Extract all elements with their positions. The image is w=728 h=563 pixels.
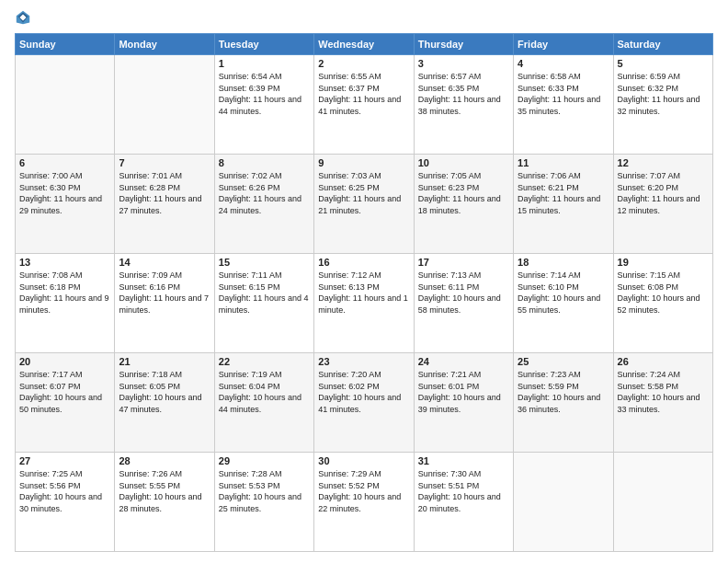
day-number: 10 [418, 157, 509, 168]
day-cell: 17Sunrise: 7:13 AM Sunset: 6:11 PM Dayli… [414, 254, 513, 353]
day-cell: 14Sunrise: 7:09 AM Sunset: 6:16 PM Dayli… [115, 254, 214, 353]
day-detail: Sunrise: 7:00 AM Sunset: 6:30 PM Dayligh… [19, 170, 110, 216]
day-detail: Sunrise: 7:21 AM Sunset: 6:01 PM Dayligh… [418, 369, 509, 415]
day-detail: Sunrise: 7:13 AM Sunset: 6:11 PM Dayligh… [418, 270, 509, 316]
page: SundayMondayTuesdayWednesdayThursdayFrid… [0, 0, 728, 563]
day-cell: 26Sunrise: 7:24 AM Sunset: 5:58 PM Dayli… [613, 353, 712, 453]
day-detail: Sunrise: 6:57 AM Sunset: 6:35 PM Dayligh… [418, 71, 509, 117]
day-detail: Sunrise: 7:09 AM Sunset: 6:16 PM Dayligh… [119, 270, 210, 316]
day-cell: 16Sunrise: 7:12 AM Sunset: 6:13 PM Dayli… [314, 254, 414, 353]
day-cell: 5Sunrise: 6:59 AM Sunset: 6:32 PM Daylig… [613, 55, 712, 155]
day-detail: Sunrise: 7:24 AM Sunset: 5:58 PM Dayligh… [618, 369, 709, 415]
day-detail: Sunrise: 7:25 AM Sunset: 5:56 PM Dayligh… [19, 468, 110, 514]
day-cell: 7Sunrise: 7:01 AM Sunset: 6:28 PM Daylig… [115, 155, 214, 254]
day-detail: Sunrise: 7:15 AM Sunset: 6:08 PM Dayligh… [618, 270, 709, 316]
day-cell: 19Sunrise: 7:15 AM Sunset: 6:08 PM Dayli… [613, 254, 712, 353]
day-detail: Sunrise: 7:03 AM Sunset: 6:25 PM Dayligh… [318, 170, 409, 216]
day-cell: 8Sunrise: 7:02 AM Sunset: 6:26 PM Daylig… [214, 155, 313, 254]
day-number: 24 [418, 356, 509, 367]
day-number: 18 [518, 257, 609, 268]
day-cell: 9Sunrise: 7:03 AM Sunset: 6:25 PM Daylig… [314, 155, 414, 254]
day-number: 8 [219, 157, 310, 168]
day-number: 17 [418, 257, 509, 268]
day-number: 21 [119, 356, 210, 367]
day-cell: 21Sunrise: 7:18 AM Sunset: 6:05 PM Dayli… [115, 353, 214, 453]
day-cell: 25Sunrise: 7:23 AM Sunset: 5:59 PM Dayli… [514, 353, 613, 453]
logo [15, 11, 33, 26]
day-cell: 31Sunrise: 7:30 AM Sunset: 5:51 PM Dayli… [414, 453, 513, 552]
day-detail: Sunrise: 6:55 AM Sunset: 6:37 PM Dayligh… [318, 71, 409, 117]
day-cell: 29Sunrise: 7:28 AM Sunset: 5:53 PM Dayli… [214, 453, 313, 552]
day-number: 6 [19, 157, 110, 168]
day-cell: 3Sunrise: 6:57 AM Sunset: 6:35 PM Daylig… [414, 55, 513, 155]
day-number: 31 [418, 455, 509, 466]
day-detail: Sunrise: 6:54 AM Sunset: 6:39 PM Dayligh… [219, 71, 310, 117]
day-number: 30 [318, 455, 409, 466]
day-cell: 12Sunrise: 7:07 AM Sunset: 6:20 PM Dayli… [613, 155, 712, 254]
day-number: 13 [19, 257, 110, 268]
week-row-4: 20Sunrise: 7:17 AM Sunset: 6:07 PM Dayli… [16, 353, 713, 453]
weekday-sunday: Sunday [16, 34, 115, 55]
day-number: 4 [518, 58, 609, 69]
day-detail: Sunrise: 7:17 AM Sunset: 6:07 PM Dayligh… [19, 369, 110, 415]
day-detail: Sunrise: 7:12 AM Sunset: 6:13 PM Dayligh… [318, 270, 409, 316]
day-cell: 2Sunrise: 6:55 AM Sunset: 6:37 PM Daylig… [314, 55, 414, 155]
day-cell: 10Sunrise: 7:05 AM Sunset: 6:23 PM Dayli… [414, 155, 513, 254]
day-detail: Sunrise: 7:23 AM Sunset: 5:59 PM Dayligh… [518, 369, 609, 415]
weekday-tuesday: Tuesday [214, 34, 313, 55]
day-number: 5 [618, 58, 709, 69]
day-detail: Sunrise: 7:02 AM Sunset: 6:26 PM Dayligh… [219, 170, 310, 216]
day-detail: Sunrise: 7:19 AM Sunset: 6:04 PM Dayligh… [219, 369, 310, 415]
day-number: 19 [618, 257, 709, 268]
day-detail: Sunrise: 7:30 AM Sunset: 5:51 PM Dayligh… [418, 468, 509, 514]
week-row-5: 27Sunrise: 7:25 AM Sunset: 5:56 PM Dayli… [16, 453, 713, 552]
day-detail: Sunrise: 7:11 AM Sunset: 6:15 PM Dayligh… [219, 270, 310, 316]
day-detail: Sunrise: 7:08 AM Sunset: 6:18 PM Dayligh… [19, 270, 110, 316]
day-number: 11 [518, 157, 609, 168]
day-cell: 23Sunrise: 7:20 AM Sunset: 6:02 PM Dayli… [314, 353, 414, 453]
day-number: 7 [119, 157, 210, 168]
header [15, 11, 713, 26]
day-detail: Sunrise: 7:06 AM Sunset: 6:21 PM Dayligh… [518, 170, 609, 216]
day-detail: Sunrise: 7:20 AM Sunset: 6:02 PM Dayligh… [318, 369, 409, 415]
day-detail: Sunrise: 7:07 AM Sunset: 6:20 PM Dayligh… [618, 170, 709, 216]
day-number: 25 [518, 356, 609, 367]
day-number: 26 [618, 356, 709, 367]
day-cell: 13Sunrise: 7:08 AM Sunset: 6:18 PM Dayli… [16, 254, 115, 353]
day-detail: Sunrise: 6:59 AM Sunset: 6:32 PM Dayligh… [618, 71, 709, 117]
day-number: 2 [318, 58, 409, 69]
weekday-friday: Friday [514, 34, 613, 55]
day-number: 27 [19, 455, 110, 466]
day-cell: 4Sunrise: 6:58 AM Sunset: 6:33 PM Daylig… [514, 55, 613, 155]
day-detail: Sunrise: 7:01 AM Sunset: 6:28 PM Dayligh… [119, 170, 210, 216]
day-number: 20 [19, 356, 110, 367]
day-cell: 11Sunrise: 7:06 AM Sunset: 6:21 PM Dayli… [514, 155, 613, 254]
day-detail: Sunrise: 7:05 AM Sunset: 6:23 PM Dayligh… [418, 170, 509, 216]
day-cell: 1Sunrise: 6:54 AM Sunset: 6:39 PM Daylig… [214, 55, 313, 155]
logo-icon [15, 9, 31, 26]
day-detail: Sunrise: 7:28 AM Sunset: 5:53 PM Dayligh… [219, 468, 310, 514]
day-number: 28 [119, 455, 210, 466]
day-detail: Sunrise: 7:26 AM Sunset: 5:55 PM Dayligh… [119, 468, 210, 514]
weekday-thursday: Thursday [414, 34, 513, 55]
day-cell: 30Sunrise: 7:29 AM Sunset: 5:52 PM Dayli… [314, 453, 414, 552]
weekday-saturday: Saturday [613, 34, 712, 55]
calendar: SundayMondayTuesdayWednesdayThursdayFrid… [15, 33, 713, 552]
day-detail: Sunrise: 7:18 AM Sunset: 6:05 PM Dayligh… [119, 369, 210, 415]
day-cell [115, 55, 214, 155]
day-cell: 18Sunrise: 7:14 AM Sunset: 6:10 PM Dayli… [514, 254, 613, 353]
day-number: 12 [618, 157, 709, 168]
day-number: 9 [318, 157, 409, 168]
day-cell: 15Sunrise: 7:11 AM Sunset: 6:15 PM Dayli… [214, 254, 313, 353]
weekday-monday: Monday [115, 34, 214, 55]
day-cell: 6Sunrise: 7:00 AM Sunset: 6:30 PM Daylig… [16, 155, 115, 254]
day-number: 14 [119, 257, 210, 268]
day-number: 29 [219, 455, 310, 466]
day-cell: 28Sunrise: 7:26 AM Sunset: 5:55 PM Dayli… [115, 453, 214, 552]
day-cell: 20Sunrise: 7:17 AM Sunset: 6:07 PM Dayli… [16, 353, 115, 453]
day-number: 15 [219, 257, 310, 268]
week-row-3: 13Sunrise: 7:08 AM Sunset: 6:18 PM Dayli… [16, 254, 713, 353]
day-number: 22 [219, 356, 310, 367]
day-cell: 27Sunrise: 7:25 AM Sunset: 5:56 PM Dayli… [16, 453, 115, 552]
day-cell [514, 453, 613, 552]
